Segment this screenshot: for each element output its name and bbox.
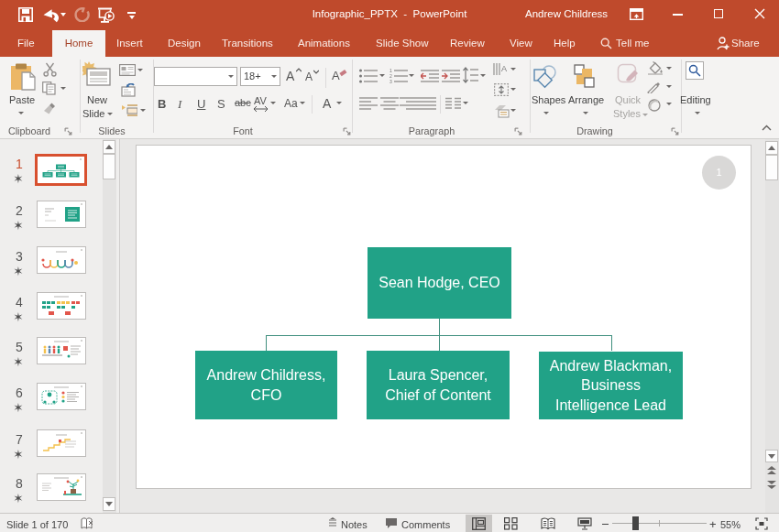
svg-text:3: 3 (390, 79, 392, 83)
svg-text:A: A (501, 64, 507, 73)
